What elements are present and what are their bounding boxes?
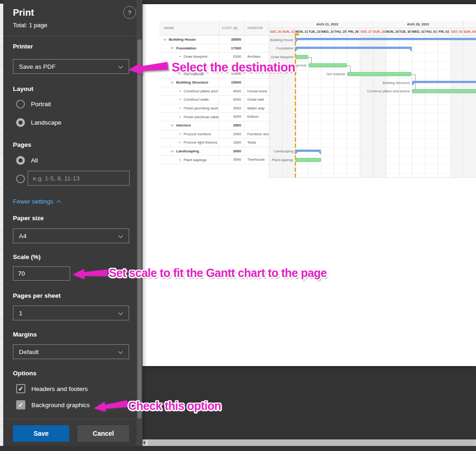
- task-bullet-icon: [179, 142, 181, 143]
- chart-bottom-border: [269, 177, 476, 178]
- help-button[interactable]: ?: [123, 6, 136, 19]
- pages-range-radio[interactable]: [16, 174, 25, 183]
- summary-bar: [295, 47, 412, 49]
- page-range-input[interactable]: [28, 171, 130, 186]
- task-bullet-icon: [179, 159, 181, 161]
- cancel-button[interactable]: Cancel: [77, 425, 129, 442]
- summary-bar-right-tip: [409, 49, 412, 52]
- scale-label: Scale (%): [13, 253, 41, 260]
- grid-vertical-line: [412, 36, 412, 178]
- gantt-bar-label: Building House: [269, 38, 293, 42]
- annotation-set-scale: Set scale to fit the Gantt chart to the …: [109, 266, 327, 280]
- task-name-cell: Foundation: [159, 44, 219, 53]
- task-bullet-icon: [179, 99, 181, 100]
- weekend-shading: [360, 36, 373, 178]
- task-bullet-icon: [179, 56, 181, 57]
- table-row: Finish plumbing work3000Water way: [159, 104, 269, 113]
- summary-bar: [412, 81, 476, 83]
- grid-horizontal-line: [269, 138, 476, 139]
- task-name: Procure furniture: [184, 132, 211, 136]
- background-graphics-checkbox[interactable]: ✓: [16, 400, 25, 409]
- task-vendor-cell: Tesla: [244, 138, 269, 147]
- grid-vertical-line: [347, 36, 347, 178]
- layout-option-portrait[interactable]: Portrait: [16, 99, 51, 108]
- timeline-day-cell: THU, 25: [334, 28, 347, 36]
- landscape-radio[interactable]: [16, 118, 25, 127]
- margins-dropdown[interactable]: Default: [13, 344, 129, 359]
- task-vendor-cell: Edison: [244, 113, 269, 121]
- task-cost-cell: 4000: [219, 87, 244, 96]
- pages-option-range[interactable]: [16, 174, 25, 183]
- arrow-to-scale-input: [72, 265, 108, 282]
- print-preview-page: NAME COST ($) VENDOR Building House38500…: [143, 4, 476, 366]
- table-row: Interiors3500: [159, 121, 269, 130]
- printer-dropdown[interactable]: Save as PDF: [13, 59, 129, 74]
- chevron-down-icon: [119, 349, 123, 354]
- grid-horizontal-line: [269, 104, 476, 105]
- gantt-timeline: AUG 21, 2022AUG 28, 2022SAT, 20SUN, 21MO…: [269, 21, 476, 178]
- headers-footers-checkbox[interactable]: ✓: [16, 384, 25, 393]
- task-cost-cell: 15000: [219, 78, 244, 87]
- task-name-cell: Construct walls: [159, 96, 219, 104]
- grid-vertical-line: [451, 36, 451, 178]
- grid-vertical-line: [425, 36, 425, 178]
- printer-dropdown-value: Save as PDF: [19, 63, 56, 70]
- task-name: Foundation: [176, 46, 196, 50]
- task-cost-cell: 5000: [219, 96, 244, 104]
- background-graphics-option[interactable]: ✓ Background graphics: [16, 400, 90, 409]
- gantt-table: NAME COST ($) VENDOR Building House38500…: [159, 21, 269, 178]
- save-button[interactable]: Save: [13, 425, 69, 442]
- pages-all-label: All: [31, 157, 38, 164]
- paper-size-dropdown[interactable]: A4: [13, 229, 129, 243]
- table-row: Foundation17000: [159, 44, 269, 53]
- layout-option-landscape[interactable]: Landscape: [16, 118, 61, 127]
- task-name: Interiors: [176, 123, 191, 127]
- pages-per-sheet-dropdown[interactable]: 1: [13, 306, 129, 320]
- task-name-cell: Draw blueprint: [159, 53, 219, 61]
- timeline-day-cell: THU, 01: [425, 28, 438, 36]
- pages-all-radio[interactable]: [16, 156, 25, 165]
- timeline-day-cell: WED, 24: [321, 28, 334, 36]
- grid-horizontal-line: [269, 164, 476, 165]
- task-vendor-cell: [244, 44, 269, 53]
- grid-horizontal-line: [269, 96, 476, 96]
- dialog-scrollbar-thumb[interactable]: [137, 39, 142, 419]
- left-arrow-icon: [93, 398, 128, 413]
- dependency-connector: [412, 74, 415, 75]
- headers-footers-option[interactable]: ✓ Headers and footers: [16, 384, 88, 393]
- column-header-cost: COST ($): [219, 21, 244, 35]
- fewer-settings-link[interactable]: Fewer settings: [13, 198, 60, 205]
- grid-vertical-line: [399, 36, 399, 178]
- gantt-bar-label: Building Structure: [269, 81, 410, 85]
- task-bullet-icon: [179, 133, 181, 135]
- timeline-week-cell: [464, 21, 476, 28]
- table-row: Construct pillars and beams4000House bon…: [159, 87, 269, 96]
- task-bar: [296, 158, 321, 162]
- grid-vertical-line: [334, 36, 334, 178]
- margins-value: Default: [19, 349, 39, 355]
- scale-input[interactable]: [13, 266, 70, 281]
- task-name-cell: Interiors: [159, 121, 219, 130]
- task-name: Draw blueprint: [184, 54, 208, 59]
- check-icon: ✓: [18, 401, 23, 409]
- preview-horizontal-scrollbar[interactable]: [141, 439, 476, 446]
- gantt-bar-label: Construct pillars and beams: [269, 89, 410, 94]
- pages-option-all[interactable]: All: [16, 156, 38, 165]
- question-mark-icon: ?: [128, 9, 131, 16]
- grid-horizontal-line: [269, 44, 476, 45]
- summary-bar: [295, 150, 321, 152]
- portrait-label: Portrait: [31, 101, 51, 108]
- task-cost-cell: 3000: [219, 113, 244, 121]
- weekend-shading: [373, 36, 386, 178]
- dialog-title: Print: [13, 7, 34, 18]
- horizontal-scrollbar-thumb[interactable]: [148, 440, 476, 445]
- task-vendor-cell: [244, 147, 269, 156]
- table-row: Procure furniture2000Furniture dome: [159, 130, 269, 139]
- task-vendor-cell: House bone: [244, 87, 269, 96]
- summary-bar: [295, 38, 476, 40]
- landscape-label: Landscape: [31, 119, 61, 126]
- task-name: Construct walls: [184, 97, 208, 102]
- column-header-vendor: VENDOR: [244, 21, 269, 35]
- portrait-radio[interactable]: [16, 100, 25, 108]
- grid-horizontal-line: [269, 173, 476, 174]
